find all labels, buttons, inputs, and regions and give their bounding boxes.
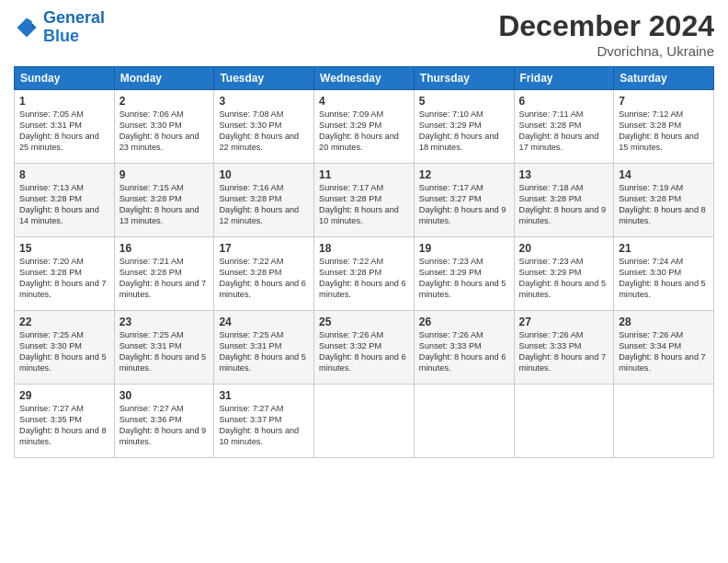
calendar-week-row: 1Sunrise: 7:05 AM Sunset: 3:31 PM Daylig… [15,90,714,164]
table-row: 7Sunrise: 7:12 AM Sunset: 3:28 PM Daylig… [614,90,714,164]
day-number: 23 [119,315,210,329]
table-row: 21Sunrise: 7:24 AM Sunset: 3:30 PM Dayli… [614,237,714,311]
day-number: 25 [319,315,409,329]
calendar-table: Sunday Monday Tuesday Wednesday Thursday… [14,66,714,458]
day-number: 11 [319,167,409,182]
day-info: Sunrise: 7:17 AM Sunset: 3:27 PM Dayligh… [419,183,509,227]
day-info: Sunrise: 7:23 AM Sunset: 3:29 PM Dayligh… [419,257,509,301]
table-row: 15Sunrise: 7:20 AM Sunset: 3:28 PM Dayli… [15,237,115,311]
table-row: 28Sunrise: 7:26 AM Sunset: 3:34 PM Dayli… [614,311,714,385]
day-number: 26 [419,315,509,329]
day-info: Sunrise: 7:11 AM Sunset: 3:28 PM Dayligh… [519,109,609,154]
day-info: Sunrise: 7:25 AM Sunset: 3:31 PM Dayligh… [219,330,309,374]
table-row: 9Sunrise: 7:15 AM Sunset: 3:28 PM Daylig… [114,164,214,237]
table-row: 1Sunrise: 7:05 AM Sunset: 3:31 PM Daylig… [15,90,115,164]
day-info: Sunrise: 7:20 AM Sunset: 3:28 PM Dayligh… [19,257,109,301]
day-number: 15 [19,241,109,256]
day-number: 13 [519,167,609,182]
day-number: 19 [419,241,509,256]
day-number: 7 [619,94,709,109]
day-info: Sunrise: 7:13 AM Sunset: 3:28 PM Dayligh… [19,183,109,227]
table-row [514,385,614,458]
day-info: Sunrise: 7:12 AM Sunset: 3:28 PM Dayligh… [619,109,709,154]
day-number: 18 [319,241,409,256]
day-number: 10 [219,167,309,182]
col-saturday: Saturday [614,67,714,90]
table-row: 25Sunrise: 7:26 AM Sunset: 3:32 PM Dayli… [314,311,415,385]
day-info: Sunrise: 7:22 AM Sunset: 3:28 PM Dayligh… [219,257,309,301]
day-number: 3 [219,94,309,109]
day-number: 4 [319,94,409,109]
day-number: 27 [519,315,609,329]
page-header: General Blue December 2024 Dvorichna, Uk… [14,9,714,59]
day-number: 6 [519,94,609,109]
table-row [614,385,714,458]
day-number: 16 [119,241,210,256]
day-info: Sunrise: 7:27 AM Sunset: 3:35 PM Dayligh… [19,404,109,448]
calendar-week-row: 29Sunrise: 7:27 AM Sunset: 3:35 PM Dayli… [15,385,714,458]
table-row: 12Sunrise: 7:17 AM Sunset: 3:27 PM Dayli… [414,164,514,237]
table-row: 31Sunrise: 7:27 AM Sunset: 3:37 PM Dayli… [214,385,314,458]
day-info: Sunrise: 7:27 AM Sunset: 3:37 PM Dayligh… [219,404,309,448]
day-info: Sunrise: 7:24 AM Sunset: 3:30 PM Dayligh… [619,257,709,301]
logo: General Blue [14,9,105,46]
table-row: 29Sunrise: 7:27 AM Sunset: 3:35 PM Dayli… [15,385,115,458]
table-row: 11Sunrise: 7:17 AM Sunset: 3:28 PM Dayli… [314,164,415,237]
logo-blue: Blue [43,27,79,45]
day-number: 22 [19,315,109,329]
day-info: Sunrise: 7:27 AM Sunset: 3:36 PM Dayligh… [119,404,210,448]
day-info: Sunrise: 7:06 AM Sunset: 3:30 PM Dayligh… [119,109,210,154]
day-info: Sunrise: 7:26 AM Sunset: 3:33 PM Dayligh… [519,330,609,374]
table-row [414,385,514,458]
day-number: 28 [619,315,709,329]
calendar-week-row: 15Sunrise: 7:20 AM Sunset: 3:28 PM Dayli… [15,237,714,311]
day-number: 20 [519,241,609,256]
day-info: Sunrise: 7:19 AM Sunset: 3:28 PM Dayligh… [619,183,709,227]
day-number: 21 [619,241,709,256]
table-row: 5Sunrise: 7:10 AM Sunset: 3:29 PM Daylig… [414,90,514,164]
col-wednesday: Wednesday [314,67,415,90]
day-info: Sunrise: 7:18 AM Sunset: 3:28 PM Dayligh… [519,183,609,227]
day-info: Sunrise: 7:26 AM Sunset: 3:33 PM Dayligh… [419,330,509,374]
logo-general: General [43,8,105,27]
table-row: 2Sunrise: 7:06 AM Sunset: 3:30 PM Daylig… [114,90,214,164]
day-info: Sunrise: 7:22 AM Sunset: 3:28 PM Dayligh… [319,257,409,301]
table-row: 24Sunrise: 7:25 AM Sunset: 3:31 PM Dayli… [214,311,314,385]
day-number: 30 [119,388,210,403]
day-number: 9 [119,167,210,182]
main-title: December 2024 [498,9,714,43]
col-sunday: Sunday [15,67,115,90]
day-info: Sunrise: 7:15 AM Sunset: 3:28 PM Dayligh… [119,183,210,227]
day-number: 8 [19,167,109,182]
day-info: Sunrise: 7:23 AM Sunset: 3:29 PM Dayligh… [519,257,609,301]
table-row: 6Sunrise: 7:11 AM Sunset: 3:28 PM Daylig… [514,90,614,164]
calendar-week-row: 22Sunrise: 7:25 AM Sunset: 3:30 PM Dayli… [15,311,714,385]
day-info: Sunrise: 7:26 AM Sunset: 3:34 PM Dayligh… [619,330,709,374]
table-row: 27Sunrise: 7:26 AM Sunset: 3:33 PM Dayli… [514,311,614,385]
table-row: 19Sunrise: 7:23 AM Sunset: 3:29 PM Dayli… [414,237,514,311]
table-row: 20Sunrise: 7:23 AM Sunset: 3:29 PM Dayli… [514,237,614,311]
day-info: Sunrise: 7:25 AM Sunset: 3:31 PM Dayligh… [119,330,210,374]
table-row: 18Sunrise: 7:22 AM Sunset: 3:28 PM Dayli… [314,237,415,311]
day-info: Sunrise: 7:10 AM Sunset: 3:29 PM Dayligh… [419,109,509,154]
table-row: 30Sunrise: 7:27 AM Sunset: 3:36 PM Dayli… [114,385,214,458]
day-number: 17 [219,241,309,256]
calendar-header-row: Sunday Monday Tuesday Wednesday Thursday… [15,67,714,90]
day-info: Sunrise: 7:26 AM Sunset: 3:32 PM Dayligh… [319,330,409,374]
logo-text: General Blue [43,9,105,46]
day-info: Sunrise: 7:21 AM Sunset: 3:28 PM Dayligh… [119,257,210,301]
title-section: December 2024 Dvorichna, Ukraine [498,9,714,59]
subtitle: Dvorichna, Ukraine [498,43,714,59]
col-friday: Friday [514,67,614,90]
day-info: Sunrise: 7:09 AM Sunset: 3:29 PM Dayligh… [319,109,409,154]
day-number: 24 [219,315,309,329]
col-tuesday: Tuesday [214,67,314,90]
day-info: Sunrise: 7:16 AM Sunset: 3:28 PM Dayligh… [219,183,309,227]
table-row: 17Sunrise: 7:22 AM Sunset: 3:28 PM Dayli… [214,237,314,311]
day-number: 31 [219,388,309,403]
day-number: 2 [119,94,210,109]
table-row: 16Sunrise: 7:21 AM Sunset: 3:28 PM Dayli… [114,237,214,311]
day-info: Sunrise: 7:05 AM Sunset: 3:31 PM Dayligh… [19,109,109,154]
table-row: 14Sunrise: 7:19 AM Sunset: 3:28 PM Dayli… [614,164,714,237]
day-number: 14 [619,167,709,182]
